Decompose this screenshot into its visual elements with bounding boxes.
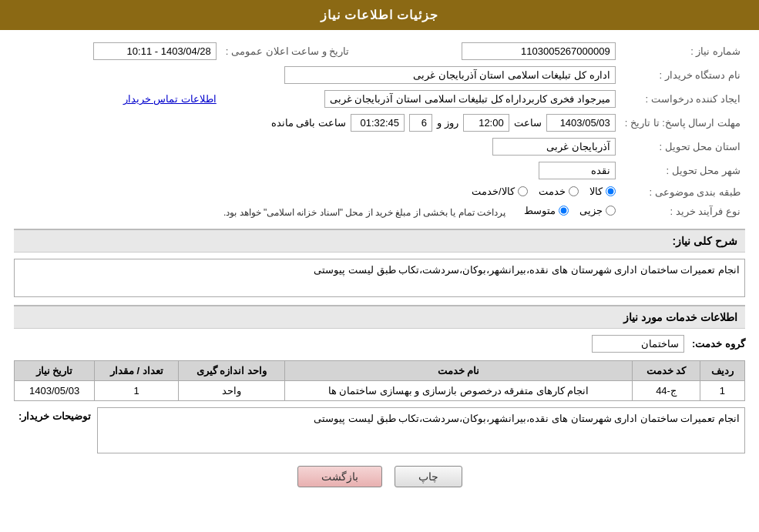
mohlat-rooz-label: روز و [437, 117, 458, 129]
ostan-label: استان محل تحویل : [620, 135, 745, 159]
ijad-label: ایجاد کننده درخواست : [620, 87, 745, 111]
col-kod: کد خدمت [633, 361, 700, 381]
col-tedad: تعداد / مقدار [95, 361, 179, 381]
radio-kala-khadamat-label: کالا/خدمت [472, 186, 515, 197]
mohlat-saat-label: ساعت [514, 117, 542, 129]
farayand-radios: جزیی متوسط [524, 205, 616, 216]
mohlat-saat-input: 12:00 [463, 114, 509, 132]
ijad-value: میرجواد فخری کاربرداراه کل تبلیغات اسلام… [221, 87, 620, 111]
radio-kala-label: کالا [589, 186, 603, 197]
radio-kala: کالا [589, 186, 616, 197]
col-nam: نام خدمت [284, 361, 633, 381]
radio-motavasset-input[interactable] [559, 206, 569, 216]
buttons-row: چاپ بازگشت [14, 466, 745, 487]
col-radif: ردیف [700, 361, 744, 381]
tosihaat-label: توضیحات خریدار: [14, 407, 91, 422]
tarikh-aalan-input: 1403/04/28 - 10:11 [93, 42, 217, 60]
info-table: شماره نیاز : 1103005267000009 تاریخ و سا… [14, 39, 745, 221]
khadamat-section-title: اطلاعات خدمات مورد نیاز [14, 305, 745, 329]
col-tarikh: تاریخ نیاز [15, 361, 95, 381]
tamas-link[interactable]: اطلاعات تماس خریدار [123, 93, 217, 105]
tabaqe-label: طبقه بندی موضوعی : [620, 182, 745, 202]
cell-kod-1: ج-44 [633, 381, 700, 401]
ostan-input: آذربایجان غربی [492, 138, 616, 156]
farayand-note: پرداخت تمام یا بخشی از مبلغ خرید از محل … [223, 207, 505, 218]
radio-kala-khadamat: کالا/خدمت [472, 186, 528, 197]
nam-dastgah-input: اداره کل تبلیغات اسلامی استان آذربایجان … [284, 66, 616, 84]
tarikh-aalan-value: 1403/04/28 - 10:11 [14, 39, 221, 63]
radio-kala-khadamat-input[interactable] [518, 186, 528, 196]
grooh-khadamat-row: گروه خدمت: ساختمان [14, 335, 745, 353]
radio-khadamat-label: خدمت [539, 186, 566, 197]
row-dastgah: نام دستگاه خریدار : اداره کل تبلیغات اسل… [14, 63, 745, 87]
farayand-label: نوع فرآیند خرید : [620, 202, 745, 221]
cell-radif-1: 1 [700, 381, 744, 401]
row-mohlat: مهلت ارسال پاسخ: تا تاریخ : 1403/05/03 س… [14, 111, 745, 135]
cell-vahed-1: واحد [179, 381, 284, 401]
cell-tedad-1: 1 [95, 381, 179, 401]
mohlat-row: 1403/05/03 ساعت 12:00 روز و 6 01:32:45 س… [18, 114, 616, 132]
row-shahr: شهر محل تحویل : نقده [14, 159, 745, 182]
shomara-niaz-input: 1103005267000009 [462, 42, 616, 60]
page-wrapper: جزئیات اطلاعات نیاز شماره نیاز : 1103005… [0, 0, 759, 532]
page-header: جزئیات اطلاعات نیاز [0, 0, 759, 30]
tosihaat-section: انجام تعمیرات ساختمان اداری شهرستان های … [14, 407, 745, 453]
shomara-niaz-value: 1103005267000009 [364, 39, 620, 63]
tabaqe-radios: کالا خدمت کالا/خدمت [472, 186, 616, 197]
row-ostan: استان محل تحویل : آذربایجان غربی [14, 135, 745, 159]
mohlat-baqi-label: ساعت باقی مانده [271, 117, 346, 129]
radio-khadamat-input[interactable] [569, 186, 579, 196]
shahr-label: شهر محل تحویل : [620, 159, 745, 182]
cell-tarikh-1: 1403/05/03 [15, 381, 95, 401]
row-shomara: شماره نیاز : 1103005267000009 تاریخ و سا… [14, 39, 745, 63]
shahr-input: نقده [539, 162, 616, 179]
radio-kala-input[interactable] [606, 186, 616, 196]
tarikh-aalan-label: تاریخ و ساعت اعلان عمومی : [221, 39, 365, 63]
sharh-koli-box: انجام تعمیرات ساختمان اداری شهرستان های … [14, 259, 745, 297]
mohlat-label: مهلت ارسال پاسخ: تا تاریخ : [620, 111, 745, 135]
radio-jozi-input[interactable] [606, 206, 616, 216]
shomara-niaz-label: شماره نیاز : [620, 39, 745, 63]
tosihaat-box: انجام تعمیرات ساختمان اداری شهرستان های … [97, 407, 745, 453]
mohlat-rooz-input: 6 [409, 114, 432, 132]
radio-jozi: جزیی [579, 205, 616, 216]
row-ijad: ایجاد کننده درخواست : میرجواد فخری کاربر… [14, 87, 745, 111]
tosihaat-text: انجام تعمیرات ساختمان اداری شهرستان های … [314, 413, 740, 424]
radio-khadamat: خدمت [539, 186, 579, 197]
row-farayand: نوع فرآیند خرید : جزیی متوسط پرداخت تمام… [14, 202, 745, 221]
nam-dastgah-label: نام دستگاه خریدار : [620, 63, 745, 87]
cell-nam-1: انجام کارهای متفرقه درخصوص بازسازی و بهس… [284, 381, 633, 401]
row-tabaqe: طبقه بندی موضوعی : کالا خدمت [14, 182, 745, 202]
sharh-koli-section-title: شرح کلی نیاز: [14, 229, 745, 253]
service-table-header: ردیف کد خدمت نام خدمت واحد اندازه گیری ت… [15, 361, 745, 381]
mohlat-date-input: 1403/05/03 [546, 114, 616, 132]
service-row-1: 1 ج-44 انجام کارهای متفرقه درخصوص بازساز… [15, 381, 745, 401]
nam-dastgah-value: اداره کل تبلیغات اسلامی استان آذربایجان … [14, 63, 620, 87]
col-vahed: واحد اندازه گیری [179, 361, 284, 381]
back-button[interactable]: بازگشت [297, 466, 382, 487]
radio-jozi-label: جزیی [579, 205, 603, 216]
radio-motavasset-label: متوسط [524, 205, 556, 216]
service-table: ردیف کد خدمت نام خدمت واحد اندازه گیری ت… [14, 360, 745, 401]
grooh-khadamat-input: ساختمان [592, 335, 684, 353]
page-title: جزئیات اطلاعات نیاز [321, 8, 439, 22]
sharh-koli-text: انجام تعمیرات ساختمان اداری شهرستان های … [314, 264, 740, 276]
print-button[interactable]: چاپ [395, 466, 462, 487]
mohlat-baqi-input: 01:32:45 [351, 114, 405, 132]
grooh-khadamat-label: گروه خدمت: [692, 338, 745, 350]
ijad-input: میرجواد فخری کاربرداراه کل تبلیغات اسلام… [324, 90, 616, 108]
radio-motavasset: متوسط [524, 205, 569, 216]
content-area: شماره نیاز : 1103005267000009 تاریخ و سا… [0, 39, 759, 487]
